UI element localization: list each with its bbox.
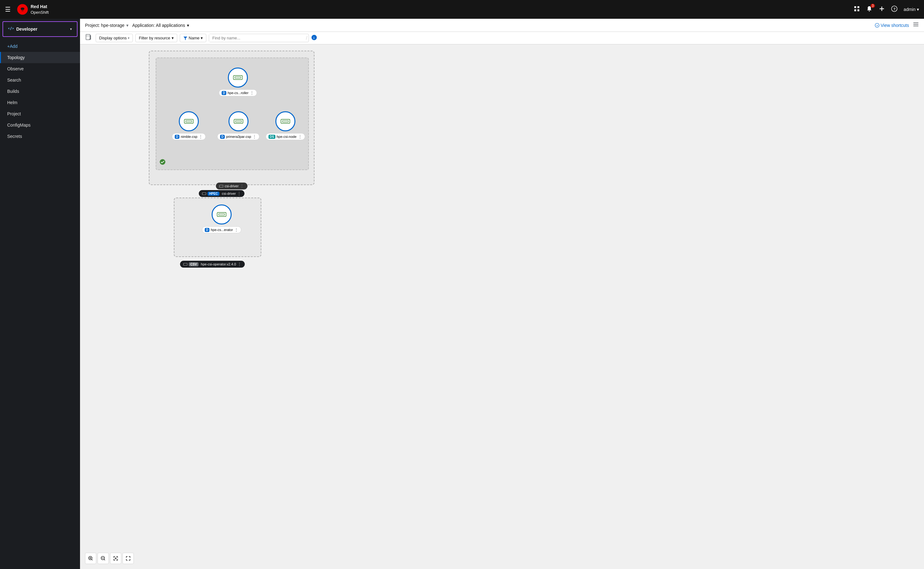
node-circle-hpe-csi-node bbox=[275, 111, 295, 131]
node-badge-d2: D bbox=[175, 135, 179, 139]
svg-rect-1 bbox=[854, 6, 856, 8]
node-name-hpe-cs-erator: hpe-cs...erator bbox=[211, 228, 233, 232]
svg-rect-13 bbox=[86, 34, 90, 40]
node-name-hpe-cs-roller: hpe-cs...roller bbox=[228, 91, 249, 95]
node-hpe-csi-node[interactable]: DS hpe-csi-node ⋮ bbox=[266, 111, 305, 140]
primary-toolbar: Project: hpe-storage ▾ Application: All … bbox=[80, 19, 924, 32]
canvas-controls bbox=[85, 553, 134, 564]
node-hpe-cs-erator[interactable]: D hpe-cs...erator ⋮ bbox=[202, 204, 241, 233]
node-hpe-cs-roller[interactable]: D hpe-cs...roller ⋮ bbox=[219, 67, 257, 96]
sidebar-item-secrets[interactable]: Secrets bbox=[0, 131, 80, 142]
topology-canvas[interactable]: D hpe-cs...roller ⋮ bbox=[80, 44, 924, 569]
inner-group-menu[interactable]: ⋮ bbox=[240, 184, 244, 189]
info-icon[interactable]: i bbox=[312, 35, 317, 41]
sidebar-item-observe[interactable]: Observe bbox=[0, 63, 80, 75]
filter-by-resource-button[interactable]: Filter by resource ▾ bbox=[135, 34, 177, 42]
topbar: ☰ Red Hat OpenShift 3 bbox=[0, 0, 924, 19]
project-selector[interactable]: Project: hpe-storage ▾ bbox=[85, 23, 128, 28]
sidebar-item-topology[interactable]: Topology bbox=[0, 52, 80, 63]
inner-group: D hpe-cs...roller ⋮ bbox=[156, 58, 309, 170]
sidebar-item-search[interactable]: Search bbox=[0, 75, 80, 86]
node-name-hpe-csi-node: hpe-csi-node bbox=[277, 135, 296, 138]
redhat-logo-icon bbox=[17, 4, 28, 15]
brand-logo: Red Hat OpenShift bbox=[17, 4, 49, 15]
view-shortcuts-label: View shortcuts bbox=[881, 23, 909, 28]
expand-button[interactable] bbox=[123, 553, 134, 564]
display-options-arrow: ▾ bbox=[128, 36, 129, 40]
node-circle-hpe-cs-erator bbox=[211, 204, 232, 224]
node-menu-nimble-csp[interactable]: ⋮ bbox=[199, 134, 203, 139]
name-filter-button[interactable]: Name ▾ bbox=[180, 34, 207, 42]
help-icon[interactable]: ? bbox=[891, 6, 897, 14]
csv-menu[interactable]: ⋮ bbox=[237, 262, 242, 267]
display-options-button[interactable]: Display options ▾ bbox=[96, 34, 133, 42]
perspective-label: Developer bbox=[16, 27, 67, 32]
node-primera3par-csp[interactable]: D primera3par-csp ⋮ bbox=[217, 111, 260, 140]
svg-marker-15 bbox=[184, 37, 187, 40]
sidebar-item-configmaps[interactable]: ConfigMaps bbox=[0, 119, 80, 131]
hpec-menu[interactable]: ⋮ bbox=[237, 191, 241, 196]
inner-group-label: csi-driver ⋮ bbox=[216, 183, 248, 189]
inner-group-label-text: csi-driver bbox=[225, 184, 239, 188]
app-arrow: ▾ bbox=[187, 23, 189, 28]
operator-group: D hpe-cs...erator ⋮ bbox=[174, 198, 261, 257]
node-name-nimble-csp: nimble-csp bbox=[181, 135, 197, 138]
svg-rect-12 bbox=[913, 26, 918, 26]
grid-icon[interactable] bbox=[854, 6, 860, 14]
main-layout: Developer ▾ +Add Topology Observe Search… bbox=[0, 19, 924, 569]
sidebar-item-project[interactable]: Project bbox=[0, 108, 80, 119]
node-menu-hpe-csi-node[interactable]: ⋮ bbox=[298, 134, 302, 139]
node-label-hpe-csi-node: DS hpe-csi-node ⋮ bbox=[266, 133, 305, 140]
svg-rect-4 bbox=[857, 9, 859, 11]
csv-connector-label: CSV hpe-csi-operator.v2.4.0 ⋮ bbox=[180, 261, 245, 268]
view-shortcuts-button[interactable]: ? View shortcuts bbox=[875, 23, 909, 28]
topbar-actions: 3 ? admin ▾ bbox=[854, 6, 919, 14]
node-label-hpe-cs-erator: D hpe-cs...erator ⋮ bbox=[202, 226, 241, 233]
node-circle-hpe-cs-roller bbox=[228, 67, 248, 88]
project-label: Project: hpe-storage bbox=[85, 23, 125, 28]
hpec-icon bbox=[202, 192, 206, 195]
node-circle-primera3par-csp bbox=[228, 111, 249, 131]
notifications-icon[interactable]: 3 bbox=[866, 6, 872, 14]
perspective-switcher[interactable]: Developer ▾ bbox=[3, 21, 78, 37]
filter-by-resource-label: Filter by resource bbox=[139, 36, 170, 40]
app-selector[interactable]: Application: All applications ▾ bbox=[132, 23, 189, 28]
fit-screen-button[interactable] bbox=[110, 553, 121, 564]
add-icon[interactable] bbox=[879, 6, 885, 14]
search-input[interactable] bbox=[209, 34, 305, 42]
question-circle-icon: ? bbox=[875, 23, 879, 27]
app-label: Application: All applications bbox=[132, 23, 185, 28]
sidebar-navigation: +Add Topology Observe Search Builds Helm… bbox=[0, 40, 80, 143]
inner-group-icon bbox=[219, 184, 223, 187]
sidebar-item-add[interactable]: +Add bbox=[0, 41, 80, 52]
sidebar: Developer ▾ +Add Topology Observe Search… bbox=[0, 19, 80, 569]
list-view-icon[interactable] bbox=[913, 21, 919, 29]
zoom-out-button[interactable] bbox=[97, 553, 109, 564]
hpec-badge: HPEC bbox=[208, 192, 219, 196]
node-name-primera3par-csp: primera3par-csp bbox=[226, 135, 251, 138]
node-badge-ds: DS bbox=[269, 135, 275, 139]
sidebar-item-helm[interactable]: Helm bbox=[0, 97, 80, 108]
book-icon[interactable] bbox=[85, 34, 92, 42]
user-menu[interactable]: admin ▾ bbox=[904, 7, 919, 12]
project-arrow: ▾ bbox=[126, 23, 128, 28]
filter-by-resource-arrow: ▾ bbox=[172, 36, 174, 40]
notification-count: 3 bbox=[871, 4, 875, 8]
outer-group: D hpe-cs...roller ⋮ bbox=[149, 51, 315, 185]
hpec-label-text: csi-driver bbox=[222, 192, 236, 195]
node-circle-nimble-csp bbox=[179, 111, 199, 131]
node-badge-d3: D bbox=[220, 135, 225, 139]
node-nimble-csp[interactable]: D nimble-csp ⋮ bbox=[172, 111, 206, 140]
success-badge bbox=[160, 159, 166, 166]
hpec-connector-label: HPEC csi-driver ⋮ bbox=[199, 190, 245, 197]
sidebar-item-builds[interactable]: Builds bbox=[0, 86, 80, 97]
svg-text:?: ? bbox=[877, 24, 878, 27]
node-menu-hpe-cs-erator[interactable]: ⋮ bbox=[234, 227, 239, 232]
node-menu-primera3par-csp[interactable]: ⋮ bbox=[252, 134, 257, 139]
node-menu-hpe-cs-roller[interactable]: ⋮ bbox=[250, 90, 254, 95]
zoom-in-button[interactable] bbox=[85, 553, 96, 564]
svg-rect-3 bbox=[854, 9, 856, 11]
hamburger-menu[interactable]: ☰ bbox=[5, 6, 11, 13]
name-filter-label: Name bbox=[189, 36, 200, 40]
node-badge-d4: D bbox=[205, 228, 210, 232]
